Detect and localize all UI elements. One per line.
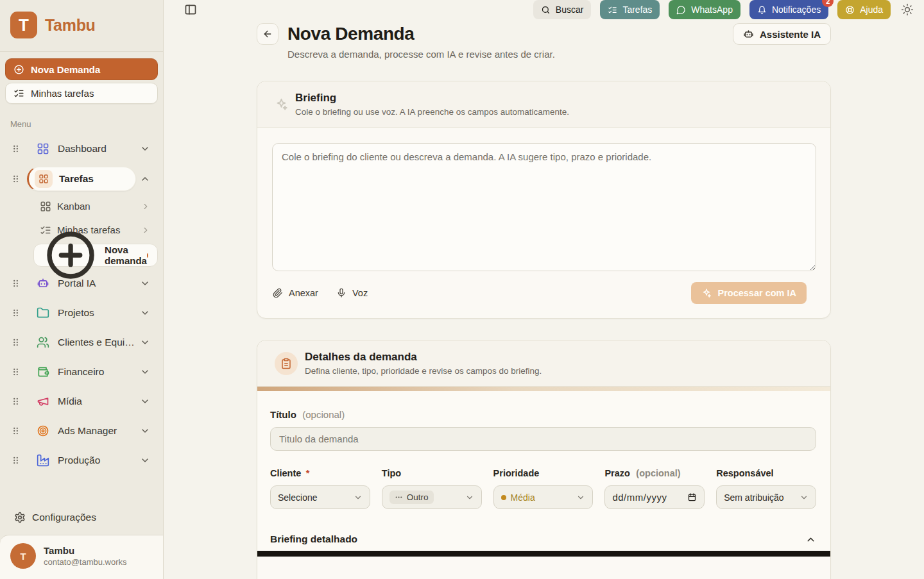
sidebar-item-tarefas: Tarefas xyxy=(0,165,163,193)
sidebar-item-financeiro[interactable]: Financeiro xyxy=(0,359,163,385)
sparkles-icon xyxy=(701,288,712,298)
chevron-up-icon[interactable] xyxy=(140,174,150,184)
titulo-input[interactable] xyxy=(270,427,816,451)
notifications-label: Notificações xyxy=(772,4,821,15)
sidebar-item-configuracoes[interactable]: Configurações xyxy=(0,503,163,535)
briefing-textarea[interactable] xyxy=(272,143,816,271)
users-icon xyxy=(37,336,49,349)
content: Nova Demanda Descreva a demanda, process… xyxy=(257,19,831,579)
active-dot xyxy=(147,253,148,258)
drag-handle-icon[interactable] xyxy=(12,367,20,377)
process-with-ai-label: Processar com IA xyxy=(717,288,796,298)
chevron-down-icon[interactable] xyxy=(140,426,150,436)
minhas-tarefas-button[interactable]: Minhas tarefas xyxy=(5,83,158,104)
sidebar-item-producao[interactable]: Produção xyxy=(0,448,163,473)
briefing-detalhado-section[interactable]: Briefing detalhado xyxy=(270,533,816,545)
search-button[interactable]: Buscar xyxy=(533,0,592,19)
chevron-down-icon xyxy=(800,493,809,502)
chevron-down-icon[interactable] xyxy=(140,396,150,407)
sidebar-subitem-label: Nova demanda xyxy=(105,244,147,266)
chevron-down-icon[interactable] xyxy=(140,144,150,154)
prazo-field: Prazo (opcional) dd/mm/yyyy xyxy=(604,467,705,509)
drag-handle-icon[interactable] xyxy=(12,426,20,436)
sidebar-item-dashboard[interactable]: Dashboard xyxy=(0,136,163,162)
process-with-ai-button[interactable]: Processar com IA xyxy=(691,282,807,304)
sidebar-menu: Dashboard Tarefas Kanban Minhas tarefas xyxy=(0,134,163,475)
user-name: Tambu xyxy=(44,545,127,556)
chevron-down-icon[interactable] xyxy=(140,308,150,318)
sidebar-item-label: Dashboard xyxy=(58,143,107,155)
sidebar-item-portal-ia[interactable]: Portal IA xyxy=(0,271,163,296)
collapse-button[interactable] xyxy=(805,534,816,545)
voice-button[interactable]: Voz xyxy=(336,288,368,298)
drag-handle-icon[interactable] xyxy=(12,396,20,407)
bot-icon xyxy=(37,277,49,290)
responsavel-field: Responsável Sem atribuição xyxy=(716,467,816,509)
sidebar-item-clientes-equipe[interactable]: Clientes e Equi… xyxy=(0,330,163,355)
details-title: Detalhes da demanda xyxy=(305,351,542,364)
chevron-right-icon xyxy=(141,226,150,235)
prazo-optional-label: (opcional) xyxy=(636,468,680,478)
drag-handle-icon[interactable] xyxy=(12,174,20,184)
chevron-down-icon[interactable] xyxy=(140,367,150,377)
sidebar-item-ads-manager[interactable]: Ads Manager xyxy=(0,418,163,444)
drag-handle-icon[interactable] xyxy=(12,144,20,154)
back-button[interactable] xyxy=(257,23,278,45)
brand-name: Tambu xyxy=(45,16,96,35)
sidebar-item-label: Clientes e Equi… xyxy=(58,337,135,348)
chevron-down-icon[interactable] xyxy=(140,337,150,348)
notification-count-badge: 2 xyxy=(822,0,834,7)
message-circle-icon xyxy=(676,5,686,15)
assistente-ia-button[interactable]: Assistente IA xyxy=(733,23,831,45)
sidebar: T Tambu Nova Demanda Minhas tarefas Menu… xyxy=(0,0,164,579)
sidebar-toggle-button[interactable] xyxy=(184,3,197,16)
responsavel-select[interactable]: Sem atribuição xyxy=(716,485,816,509)
microphone-icon xyxy=(336,288,346,298)
chevron-down-icon xyxy=(354,493,363,502)
sidebar-item-label: Projetos xyxy=(58,307,94,319)
notifications-button[interactable]: Notificações 2 xyxy=(749,0,828,19)
voice-label: Voz xyxy=(352,288,368,298)
help-label: Ajuda xyxy=(860,4,883,15)
help-button[interactable]: Ajuda xyxy=(837,0,891,19)
prazo-label: Prazo xyxy=(604,468,630,478)
prioridade-select[interactable]: Média xyxy=(493,485,594,509)
grid-icon xyxy=(37,142,49,155)
paperclip-icon xyxy=(273,288,283,298)
tipo-select[interactable]: Outro xyxy=(382,485,482,509)
briefing-footer: Anexar Voz Processar com IA xyxy=(257,274,830,318)
chevron-down-icon xyxy=(465,493,474,502)
tipo-label: Tipo xyxy=(382,468,401,478)
sidebar-item-projetos[interactable]: Projetos xyxy=(0,300,163,326)
megaphone-icon xyxy=(37,395,49,408)
cliente-select[interactable]: Selecione xyxy=(270,485,370,509)
sidebar-item-tarefas-pill[interactable]: Tarefas xyxy=(27,167,136,191)
chevron-right-icon xyxy=(141,202,150,211)
tasks-button[interactable]: Tarefas xyxy=(600,0,660,19)
sidebar-item-midia[interactable]: Mídia xyxy=(0,389,163,414)
app-logo: T xyxy=(10,12,37,38)
user-email: contato@tambu.works xyxy=(44,557,127,567)
app-window: T Tambu Nova Demanda Minhas tarefas Menu… xyxy=(0,0,924,579)
chevron-down-icon[interactable] xyxy=(140,455,150,466)
drag-handle-icon[interactable] xyxy=(12,337,20,348)
details-subtitle: Defina cliente, tipo, prioridade e revis… xyxy=(305,366,542,376)
chevron-down-icon[interactable] xyxy=(140,278,150,289)
briefing-card-header: Briefing Cole o briefing ou use voz. A I… xyxy=(257,81,830,128)
details-card-header: Detalhes da demanda Defina cliente, tipo… xyxy=(257,340,830,387)
sidebar-subitem-nova-demanda-pill[interactable]: Nova demanda xyxy=(33,244,158,267)
drag-handle-icon[interactable] xyxy=(12,308,20,318)
drag-handle-icon[interactable] xyxy=(12,455,20,466)
attach-button[interactable]: Anexar xyxy=(273,288,318,298)
drag-handle-icon[interactable] xyxy=(12,278,20,289)
target-icon xyxy=(37,424,49,437)
tipo-field: Tipo Outro xyxy=(382,467,482,509)
user-profile[interactable]: T Tambu contato@tambu.works xyxy=(0,535,163,579)
calendar-icon[interactable] xyxy=(687,492,697,502)
prazo-date-input[interactable]: dd/mm/yyyy xyxy=(604,485,705,509)
nova-demanda-button[interactable]: Nova Demanda xyxy=(5,58,158,80)
sparkles-icon xyxy=(275,97,288,111)
theme-toggle-button[interactable] xyxy=(901,3,914,16)
whatsapp-button[interactable]: WhatsApp xyxy=(669,0,740,19)
cliente-label: Cliente xyxy=(270,468,301,478)
